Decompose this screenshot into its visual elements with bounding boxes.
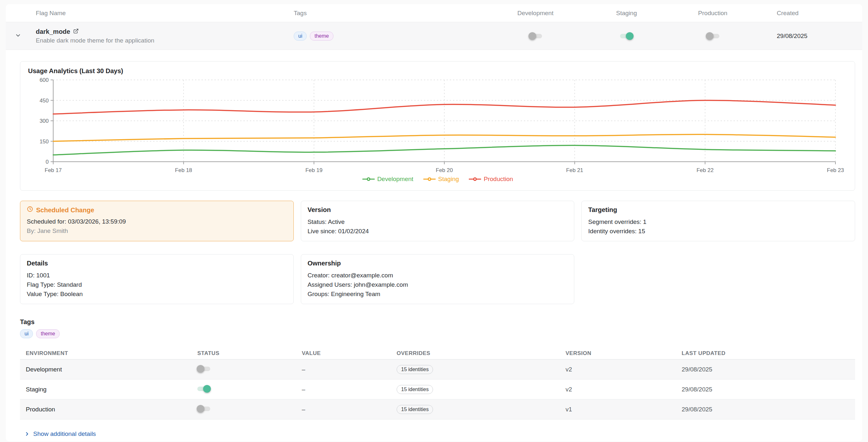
env-last-updated: 29/08/2025 [676,366,855,373]
env-status-cell [191,407,296,412]
ownership-card-lines: Creator: creator@example.comAssigned Use… [308,271,568,299]
chevron-right-icon [24,431,30,437]
details-card-line: ID: 1001 [27,271,287,280]
scheduled-for-text: Scheduled for: 03/03/2026, 13:59:09 [27,217,287,226]
column-tags: Tags [288,10,493,17]
identities-overrides-badge[interactable]: 15 identities [397,405,433,414]
legend-marker-icon [362,176,375,182]
x-tick-label: Feb 19 [305,167,322,173]
column-created: Created [751,10,862,17]
toggle-knob [528,32,536,40]
targeting-card-line: Segment overrides: 1 [588,217,848,227]
env-row-development: Development–15 identitiesv229/08/2025 [20,360,855,379]
tag-pill-theme[interactable]: theme [36,329,59,338]
env-status-cell [191,386,296,393]
created-date: 29/08/2025 [751,33,862,40]
x-tick-label: Feb 20 [436,167,453,173]
development-toggle[interactable] [529,34,542,38]
env-version: v2 [560,366,676,373]
version-card-title: Version [308,206,568,213]
version-card-line: Live since: 01/02/2024 [308,227,568,236]
legend-marker-icon [468,176,482,182]
toggle-knob [197,365,205,373]
expand-collapse-button[interactable] [6,32,30,40]
env-toggle-development[interactable] [197,367,210,371]
env-column-overrides: OVERRIDES [391,350,560,356]
scheduled-change-title: Scheduled Change [36,206,94,214]
env-overrides-cell: 15 identities [391,405,560,414]
details-card-line: Flag Type: Standard [27,280,287,289]
environments-table-header: ENVIRONMENT STATUS VALUE OVERRIDES VERSI… [20,347,855,360]
env-column-version: VERSION [560,350,676,356]
y-tick-label: 450 [40,98,49,104]
env-status-cell [191,367,296,372]
toggle-knob [626,32,633,40]
external-link-icon[interactable] [73,28,79,35]
legend-item-production[interactable]: Production [468,176,513,183]
x-tick-label: Feb 17 [45,167,62,173]
y-tick-label: 150 [40,139,49,145]
details-card: Details ID: 1001Flag Type: StandardValue… [20,254,294,304]
show-additional-details-link[interactable]: Show additional details [24,431,855,438]
version-card-line: Status: Active [308,217,568,227]
production-toggle[interactable] [707,34,719,38]
flag-table-header: Flag Name Tags Development Staging Produ… [6,4,862,22]
info-cards-grid: Scheduled Change Scheduled for: 03/03/20… [20,201,855,304]
clock-icon [27,206,33,214]
x-tick-label: Feb 21 [566,167,583,173]
column-development: Development [493,10,578,17]
flag-name[interactable]: dark_mode [36,28,70,35]
env-column-environment: ENVIRONMENT [20,350,191,356]
column-flag-name: Flag Name [30,10,288,17]
chevron-down-icon [15,32,21,40]
env-version: v2 [560,386,676,393]
series-line-staging [53,134,835,141]
env-value: – [296,386,391,393]
env-value: – [296,406,391,413]
details-card-lines: ID: 1001Flag Type: StandardValue Type: B… [27,271,287,299]
legend-marker-icon [423,176,436,182]
targeting-card: Targeting Segment overrides: 1Identity o… [581,201,855,241]
tag-pill-ui[interactable]: ui [294,32,307,41]
chart-legend: DevelopmentStagingProduction [28,174,847,184]
env-name: Development [20,366,191,373]
x-tick-label: Feb 22 [696,167,714,173]
series-line-production [53,100,835,114]
usage-analytics-card: Usage Analytics (Last 30 Days) 015030045… [20,61,855,191]
tags-section-title: Tags [20,318,855,326]
environments-table: ENVIRONMENT STATUS VALUE OVERRIDES VERSI… [20,347,855,419]
flag-row-dark-mode: dark_mode Enable dark mode theme for the… [6,22,862,50]
env-toggle-staging[interactable] [197,386,210,391]
env-column-status: STATUS [191,350,296,356]
ownership-card-title: Ownership [308,259,568,267]
column-production: Production [675,10,751,17]
series-line-development [53,145,835,155]
flag-description: Enable dark mode theme for the applicati… [36,37,288,44]
toggle-knob [197,405,205,413]
staging-toggle[interactable] [620,34,633,38]
ownership-card: Ownership Creator: creator@example.comAs… [301,254,575,304]
env-version: v1 [560,406,676,413]
env-row-production: Production–15 identitiesv129/08/2025 [20,400,855,419]
x-tick-label: Feb 18 [175,167,192,173]
tags-section: Tags uitheme [20,318,855,338]
legend-item-staging[interactable]: Staging [423,176,459,183]
env-toggle-production[interactable] [197,407,210,411]
targeting-card-lines: Segment overrides: 1Identity overrides: … [588,217,848,236]
env-value: – [296,366,391,373]
identities-overrides-badge[interactable]: 15 identities [397,365,433,374]
legend-item-development[interactable]: Development [362,176,413,183]
show-additional-details-label: Show additional details [33,431,96,438]
tag-pill-ui[interactable]: ui [20,329,33,338]
scheduled-change-card: Scheduled Change Scheduled for: 03/03/20… [20,201,294,241]
identities-overrides-badge[interactable]: 15 identities [397,385,433,394]
toggle-knob [203,385,211,393]
chart-title: Usage Analytics (Last 30 Days) [28,67,847,75]
env-row-staging: Staging–15 identitiesv229/08/2025 [20,379,855,400]
ownership-card-line: Groups: Engineering Team [308,289,568,299]
flag-name-cell: dark_mode Enable dark mode theme for the… [30,28,288,44]
details-card-line: Value Type: Boolean [27,289,287,299]
y-tick-label: 300 [40,118,49,124]
tag-pill-theme[interactable]: theme [310,32,333,41]
production-toggle-cell [675,34,751,38]
